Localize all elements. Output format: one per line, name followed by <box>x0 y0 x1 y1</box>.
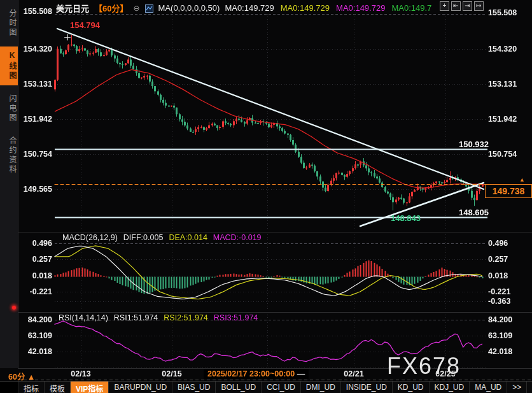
collapse-icon[interactable]: ⊖ <box>133 4 139 13</box>
chart-canvas[interactable] <box>0 0 532 393</box>
toolbar-item-indicators[interactable]: 指标 <box>18 382 45 393</box>
toolbar-item-boll-ud[interactable]: BOLL_UD <box>216 382 262 393</box>
price-axis-right-label-4: 150.754 <box>488 150 529 159</box>
macd-axis-right-label-4: -0.363 <box>488 297 529 306</box>
toolbar-item-more[interactable]: >> <box>507 382 527 393</box>
current-price-box: 149.738 <box>485 184 532 198</box>
rsi-axis-right-label-2: 42.018 <box>488 347 529 356</box>
toolbar-item-inside-ud[interactable]: INSIDE_UD <box>341 382 393 393</box>
high-price-label: 154.794 <box>70 20 100 30</box>
ma-indicator-icon <box>145 4 153 13</box>
left-sidebar: 分时图K线图闪电图合约资料 <box>0 0 18 368</box>
current-price-arrow-icon: ▲ <box>519 176 525 183</box>
fx678-watermark: FX678 <box>387 353 461 380</box>
date-label-02/13: 02/13 <box>68 369 94 378</box>
price-axis-right-label-3: 151.942 <box>488 115 529 124</box>
ma-settings-label: MA(0,0,0,0,0,50) <box>158 3 220 13</box>
rsi-axis-left-label-1: 63.109 <box>19 331 52 340</box>
macd-axis-right-label-0: 0.496 <box>488 239 529 248</box>
macd-axis-right-label-1: 0.257 <box>488 255 529 264</box>
toolbar-item-bias-ud[interactable]: BIAS_UD <box>172 382 216 393</box>
price-axis-left-label-1: 154.320 <box>19 45 52 54</box>
symbol-title: 美元日元 <box>56 2 89 14</box>
toolbar-item-barupdn-ud[interactable]: BARUPDN_UD <box>109 382 172 393</box>
rsi-panel-title: RSI(14,14,14) RSI1:51.974 RSI2:51.974 RS… <box>59 313 258 322</box>
sidebar-item-contract-info[interactable]: 合约资料 <box>0 132 18 179</box>
price-axis-left-label-4: 150.754 <box>19 150 52 159</box>
date-label-02/21: 02/21 <box>341 369 367 378</box>
toolbar-item-vip-indicators[interactable]: VIP指标 <box>71 382 109 393</box>
toolbar-item-cci-ud[interactable]: CCI_UD <box>262 382 301 393</box>
expand-axis-icon[interactable]: ⇥ <box>463 1 472 11</box>
macd-axis-left-label-0: 0.496 <box>19 239 52 248</box>
support-price-label: 148.605 <box>439 208 489 217</box>
price-axis-right-label-1: 154.320 <box>488 45 529 54</box>
rsi-axis-right-label-1: 63.109 <box>488 331 529 340</box>
macd-dea-value: DEA:0.014 <box>169 233 207 242</box>
toolbar-corner <box>0 382 18 393</box>
price-axis-left-label-0: 155.508 <box>19 7 52 16</box>
ma-value-0: MA0:149.729 <box>225 3 274 13</box>
sidebar-item-lightning-chart[interactable]: 闪电图 <box>0 90 18 127</box>
macd-value: MACD:-0.019 <box>213 233 262 242</box>
macd-axis-left-label-2: 0.018 <box>19 271 52 280</box>
chart-header: 美元日元 【60分】 ⊖ MA(0,0,0,0,0,50) MA0:149.72… <box>56 2 431 14</box>
pan-right-icon[interactable]: ↦ <box>474 1 484 11</box>
toolbar-item-kdj-ud[interactable]: KDJ_UD <box>430 382 470 393</box>
ma-value-3: MA0:149.7 <box>391 3 431 13</box>
rsi-title: RSI(14,14,14) <box>59 313 108 322</box>
compress-axis-icon[interactable]: ⇤ <box>451 1 461 11</box>
low-price-label: 148.843 <box>391 213 421 223</box>
chart-toolbar-icons: +⇤⇥↦ <box>440 1 484 11</box>
price-axis-right-label-0: 155.508 <box>488 8 529 17</box>
toolbar-item-ma-ud[interactable]: MA_UD <box>470 382 507 393</box>
toolbar-item-dmi-ud[interactable]: DMI_UD <box>301 382 341 393</box>
rsi-axis-left-label-2: 42.018 <box>19 347 52 356</box>
ma-value-2: MA0:149.729 <box>336 3 385 13</box>
trading-app-window: 分时图K线图闪电图合约资料 美元日元 【60分】 ⊖ MA(0,0,0,0,0,… <box>0 0 532 393</box>
macd-axis-right-label-3: -0.221 <box>488 287 529 296</box>
period-badge: 【60分】 <box>94 2 128 14</box>
rsi-axis-right-label-0: 84.200 <box>488 315 529 324</box>
toolbar-item-kd-ud[interactable]: KD_UD <box>393 382 430 393</box>
rsi-axis-left-label-0: 84.200 <box>19 315 52 324</box>
macd-axis-right-label-2: 0.018 <box>488 271 529 280</box>
rsi3-value: RSI3:51.974 <box>214 313 258 322</box>
alert-indicator-icon <box>12 306 16 310</box>
toolbar-item-templates[interactable]: 模板 <box>45 382 71 393</box>
bottom-toolbar: 指标模板VIP指标BARUPDN_UDBIAS_UDBOLL_UDCCI_UDD… <box>0 381 532 393</box>
ma-value-1: MA0:149.729 <box>281 3 330 13</box>
macd-axis-left-label-1: 0.257 <box>19 255 52 264</box>
macd-title: MACD(26,12,9) <box>62 233 118 242</box>
price-axis-right-label-2: 153.131 <box>488 80 529 89</box>
sidebar-item-kline-chart[interactable]: K线图 <box>0 46 18 85</box>
macd-diff-value: DIFF:0.005 <box>123 233 164 242</box>
rsi2-value: RSI2:51.974 <box>164 313 208 322</box>
macd-axis-left-label-3: -0.221 <box>19 287 52 296</box>
price-axis-left-label-3: 151.942 <box>19 115 52 124</box>
price-axis-left-label-5: 149.565 <box>19 185 52 194</box>
ma-values: MA0:149.729MA0:149.729MA0:149.729MA0:149… <box>225 3 431 13</box>
macd-panel-title: MACD(26,12,9) DIFF:0.005 DEA:0.014 MACD:… <box>62 233 262 242</box>
crosshair-icon[interactable]: + <box>440 1 449 11</box>
resistance-price-label: 150.932 <box>439 139 489 149</box>
date-label-02/15: 02/15 <box>159 369 185 378</box>
sidebar-item-time-chart[interactable]: 分时图 <box>0 4 18 42</box>
rsi1-value: RSI1:51.974 <box>114 313 158 322</box>
price-axis-left-label-2: 153.131 <box>19 80 52 89</box>
selected-time-range: 2025/02/17 23:00~00:00 — <box>204 369 309 379</box>
